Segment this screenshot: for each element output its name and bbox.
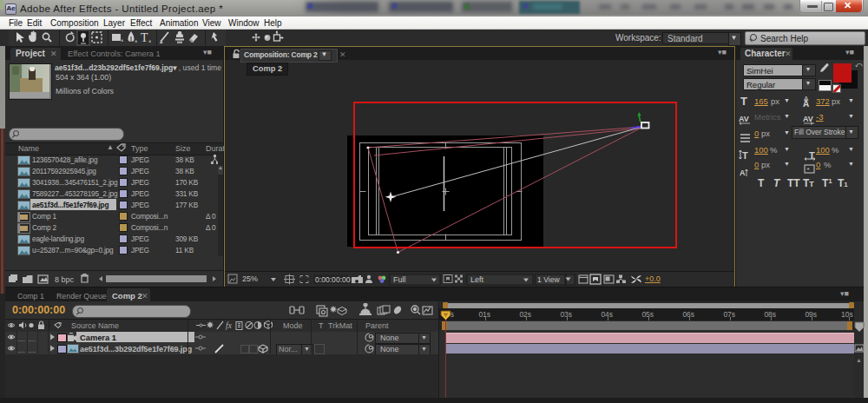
svg-text:Full: Full bbox=[393, 275, 406, 284]
svg-text:AV: AV bbox=[739, 115, 749, 123]
svg-text:T: T bbox=[742, 150, 748, 161]
svg-text:AV: AV bbox=[803, 115, 813, 123]
svg-text:A: A bbox=[740, 168, 746, 177]
svg-text:T: T bbox=[740, 95, 747, 108]
svg-text:T: T bbox=[141, 31, 148, 44]
svg-text:25%: 25% bbox=[242, 274, 258, 283]
svg-text:1 View: 1 View bbox=[537, 275, 560, 284]
svg-text:+0.0: +0.0 bbox=[645, 274, 661, 283]
svg-text:Left: Left bbox=[470, 275, 484, 284]
svg-text:8 bpc: 8 bpc bbox=[55, 275, 75, 284]
svg-text:*: * bbox=[807, 166, 810, 174]
svg-text:0:00:00:00: 0:00:00:00 bbox=[315, 275, 351, 284]
svg-text:A: A bbox=[803, 99, 809, 109]
svg-text:fx: fx bbox=[226, 321, 233, 330]
